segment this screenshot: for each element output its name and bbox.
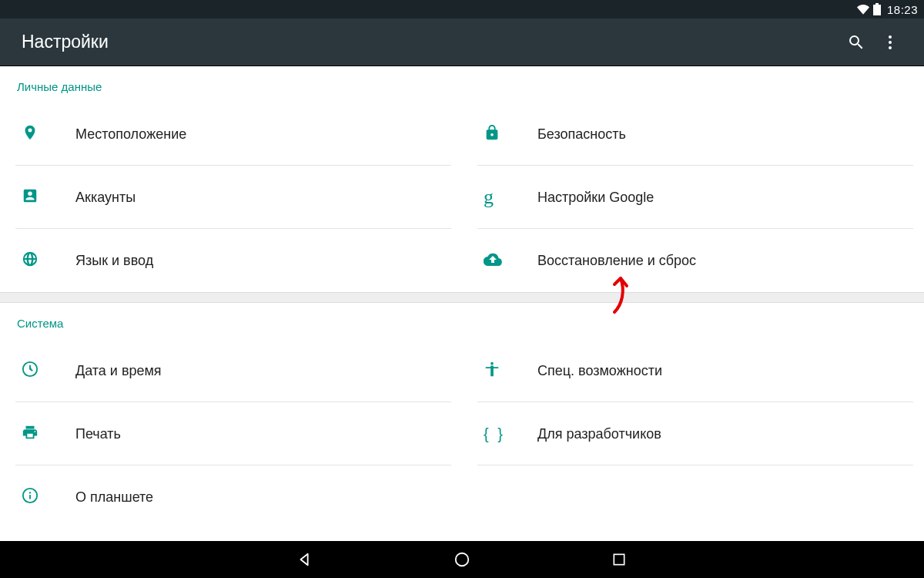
svg-point-9 [456, 553, 469, 566]
settings-item-security[interactable]: Безопасность [462, 102, 924, 166]
settings-item-label: Печать [75, 426, 121, 442]
accessibility-icon [484, 361, 500, 381]
recents-button[interactable] [610, 550, 628, 569]
home-icon [454, 551, 470, 568]
search-button[interactable] [839, 25, 873, 59]
svg-point-5 [490, 362, 494, 365]
settings-item-language[interactable]: Язык и ввод [0, 229, 462, 292]
settings-item-label: Местоположение [75, 126, 186, 143]
settings-item-location[interactable]: Местоположение [0, 102, 462, 166]
settings-item-about[interactable]: О планшете [0, 465, 462, 529]
location-icon [22, 124, 38, 144]
recents-icon [611, 552, 627, 567]
status-bar: 18:23 [0, 0, 924, 18]
section-divider [0, 292, 924, 303]
home-button[interactable] [453, 550, 471, 569]
svg-point-2 [889, 35, 892, 39]
back-button[interactable] [296, 550, 314, 569]
clock-icon [22, 361, 38, 381]
globe-icon [22, 250, 38, 271]
battery-icon [873, 3, 881, 15]
settings-item-backup-reset[interactable]: Восстановление и сброс [462, 229, 924, 292]
navigation-bar [0, 541, 924, 578]
settings-item-developer[interactable]: { } Для разработчиков [462, 402, 924, 465]
empty-cell [462, 465, 924, 529]
settings-item-google[interactable]: g Настройки Google [462, 166, 924, 229]
status-time: 18:23 [887, 3, 918, 16]
print-icon [22, 424, 38, 444]
settings-item-label: Восстановление и сброс [537, 253, 696, 269]
settings-item-datetime[interactable]: Дата и время [0, 339, 462, 402]
svg-rect-0 [873, 5, 881, 15]
lock-icon [484, 124, 500, 144]
overflow-menu-button[interactable] [873, 25, 907, 59]
settings-item-label: Спец. возможности [537, 363, 662, 379]
settings-list: Личные данные Местоположение Безопасност… [0, 66, 924, 541]
svg-rect-10 [614, 554, 624, 564]
settings-item-label: Язык и ввод [75, 253, 153, 269]
search-icon [847, 33, 865, 52]
cloud-upload-icon [484, 250, 502, 271]
settings-item-label: Безопасность [537, 126, 626, 143]
section-header-personal: Личные данные [0, 66, 924, 102]
more-vert-icon [881, 33, 899, 52]
back-icon [296, 551, 313, 568]
settings-item-label: Для разработчиков [537, 426, 661, 442]
svg-point-7 [29, 492, 31, 493]
settings-item-accessibility[interactable]: Спец. возможности [462, 339, 924, 402]
svg-rect-8 [29, 495, 31, 499]
settings-item-label: О планшете [75, 489, 153, 506]
app-bar: Настройки [0, 18, 924, 66]
page-title: Настройки [22, 32, 839, 52]
braces-icon: { } [484, 426, 505, 442]
settings-item-printing[interactable]: Печать [0, 402, 462, 465]
settings-item-label: Дата и время [75, 363, 162, 379]
google-icon: g [484, 187, 494, 207]
svg-rect-1 [875, 3, 879, 5]
svg-point-4 [889, 46, 892, 49]
wifi-icon [856, 3, 870, 15]
account-box-icon [22, 187, 38, 207]
settings-item-label: Аккаунты [75, 190, 136, 206]
svg-point-3 [889, 41, 892, 44]
settings-item-label: Настройки Google [537, 190, 654, 206]
settings-item-accounts[interactable]: Аккаунты [0, 166, 462, 229]
section-header-system: Система [0, 303, 924, 339]
info-icon [22, 487, 38, 507]
